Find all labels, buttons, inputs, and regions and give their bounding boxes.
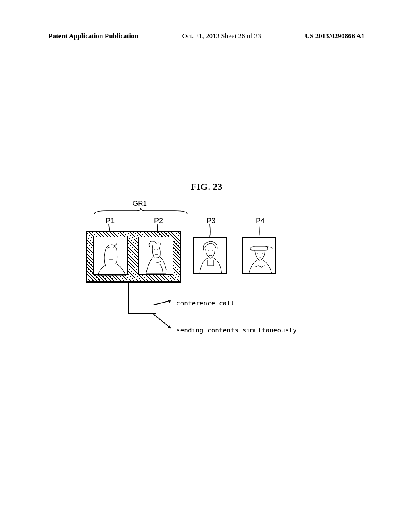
photo-p3 bbox=[193, 237, 227, 274]
action-conference-call: conference call bbox=[176, 299, 235, 307]
photo-p4 bbox=[242, 237, 276, 274]
leader-p3 bbox=[206, 224, 218, 237]
header-publication: Patent Application Publication bbox=[48, 32, 138, 40]
page-header: Patent Application Publication Oct. 31, … bbox=[0, 32, 413, 40]
header-patent-number: US 2013/0290866 A1 bbox=[305, 32, 365, 40]
person-sketch-p2 bbox=[139, 237, 174, 276]
leader-p4 bbox=[255, 224, 267, 237]
header-date-sheet: Oct. 31, 2013 Sheet 26 of 33 bbox=[182, 32, 261, 40]
photo-p2 bbox=[138, 237, 173, 275]
person-sketch-p3 bbox=[194, 238, 227, 274]
group-label-gr1: GR1 bbox=[133, 200, 147, 208]
figure-title: FIG. 23 bbox=[191, 181, 223, 192]
person-sketch-p1 bbox=[94, 237, 129, 276]
action-horizontal-line bbox=[128, 313, 156, 314]
svg-line-2 bbox=[153, 314, 171, 328]
label-p2: P2 bbox=[154, 217, 163, 225]
person-sketch-p4 bbox=[243, 238, 277, 274]
label-p4: P4 bbox=[256, 217, 265, 225]
svg-line-0 bbox=[153, 301, 171, 305]
arrow-conference bbox=[153, 299, 175, 306]
arrow-sending bbox=[153, 314, 175, 331]
photo-p1 bbox=[93, 237, 128, 275]
action-vertical-line bbox=[128, 283, 129, 313]
group-brace bbox=[90, 207, 187, 215]
action-sending-contents: sending contents simultaneously bbox=[176, 326, 297, 334]
label-p3: P3 bbox=[206, 217, 215, 225]
label-p1: P1 bbox=[106, 217, 115, 225]
